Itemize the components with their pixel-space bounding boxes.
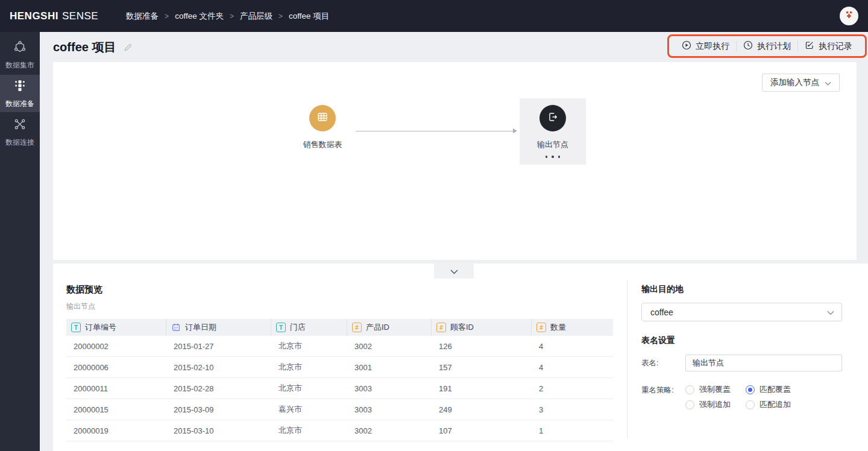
sidebar-item-label: 数据准备 [5, 99, 34, 109]
chevron-down-icon [825, 78, 831, 87]
add-input-node-label: 添加输入节点 [770, 77, 819, 88]
table-row: 20000015 2015-03-09 嘉兴市 3003 249 3 [66, 399, 613, 420]
chevron-down-icon [827, 308, 834, 317]
table-name-input[interactable] [685, 355, 842, 371]
breadcrumb-separator: > [165, 12, 169, 20]
sidebar-item-data-prep[interactable]: 数据准备 [0, 75, 40, 112]
table-node-circle[interactable] [309, 105, 336, 131]
breadcrumb-separator: > [230, 12, 234, 20]
table-name-row: 表名: [641, 355, 842, 371]
radio-match-overwrite[interactable]: 匹配覆盖 [746, 384, 791, 395]
number-type-icon: # [436, 323, 446, 332]
destination-value: coffee [650, 308, 673, 317]
breadcrumb-item-coffee-project[interactable]: coffee 项目 [289, 11, 329, 22]
column-header-store: T 门店 [271, 319, 347, 336]
date-type-icon [171, 323, 181, 332]
column-header-customer-id: # 顾客ID [432, 319, 532, 336]
strategy-options: 强制覆盖 匹配覆盖 强制追加 匹配追加 [685, 384, 791, 410]
page-header: coffee 项目 立即执行 [40, 32, 868, 62]
radio-match-append[interactable]: 匹配追加 [746, 399, 791, 410]
radio-circle-icon [685, 385, 694, 394]
table-header-row: T 订单编号 订单日期 T 门店 [66, 319, 613, 336]
data-prep-icon [13, 78, 27, 95]
node-label: 销售数据表 [303, 139, 342, 150]
text-type-icon: T [276, 323, 286, 332]
sidebar-item-data-connection[interactable]: 数据连接 [0, 113, 40, 151]
user-avatar[interactable] [840, 7, 858, 25]
main-content: coffee 项目 立即执行 [40, 32, 868, 451]
column-header-order-date: 订单日期 [166, 319, 271, 336]
bottom-panel: 数据预览 输出节点 T 订单编号 订单日期 [53, 263, 868, 451]
table-row: 20000019 2015-03-10 北京市 3002 107 1 [66, 420, 613, 441]
app-logo: HENGSHI SENSE [10, 10, 98, 22]
strategy-label: 重名策略: [641, 384, 685, 396]
chevron-down-icon [450, 266, 458, 277]
column-header-product-id: # 产品ID [347, 319, 432, 336]
brand-bold: HENGSHI [10, 10, 58, 22]
breadcrumb-item-product-level[interactable]: 产品层级 [240, 11, 272, 22]
output-node-circle[interactable] [539, 105, 566, 131]
record-icon [805, 40, 814, 52]
panel-divider [627, 280, 627, 438]
run-now-button[interactable]: 立即执行 [675, 40, 736, 52]
node-output-selected[interactable]: 输出节点 [520, 98, 586, 165]
play-circle-icon [682, 40, 691, 52]
radio-circle-icon [746, 385, 755, 394]
table-row: 20000006 2015-02-10 北京市 3001 157 4 [66, 357, 613, 378]
breadcrumb-separator: > [278, 12, 283, 20]
column-header-order-id: T 订单编号 [66, 319, 166, 336]
table-row: 20000002 2015-01-27 北京市 3002 126 4 [66, 336, 613, 357]
table-name-settings-title: 表名设置 [641, 335, 842, 346]
radio-force-append[interactable]: 强制追加 [685, 399, 746, 410]
number-type-icon: # [536, 323, 546, 332]
output-settings-panel: 输出目的地 coffee 表名设置 表名: 重名策略: [641, 284, 842, 410]
execution-actions-highlight: 立即执行 执行计划 [667, 34, 867, 58]
sidebar-item-label: 数据连接 [5, 137, 34, 148]
column-header-quantity: # 数量 [532, 319, 613, 336]
top-bar: HENGSHI SENSE 数据准备 > coffee 文件夹 > 产品层级 >… [0, 0, 868, 32]
radio-force-overwrite[interactable]: 强制覆盖 [685, 384, 746, 395]
edit-title-icon[interactable] [123, 43, 133, 52]
run-now-label: 立即执行 [696, 41, 729, 52]
flow-edge [356, 131, 513, 131]
preview-node-name: 输出节点 [66, 301, 95, 312]
execution-plan-button[interactable]: 执行计划 [737, 40, 797, 52]
node-menu-dots-icon[interactable] [546, 156, 561, 158]
node-sales-data-table[interactable]: 销售数据表 [285, 105, 360, 150]
text-type-icon: T [71, 323, 81, 332]
radio-circle-icon [746, 400, 755, 409]
collapse-panel-button[interactable] [434, 263, 474, 279]
add-input-node-button[interactable]: 添加输入节点 [762, 74, 840, 92]
destination-select[interactable]: coffee [641, 303, 842, 321]
node-label: 输出节点 [537, 139, 568, 150]
table-grid-icon [316, 110, 329, 126]
preview-table: T 订单编号 订单日期 T 门店 [66, 319, 613, 441]
output-destination-title: 输出目的地 [641, 284, 842, 295]
execution-plan-label: 执行计划 [757, 41, 791, 52]
breadcrumb-item-data-prep[interactable]: 数据准备 [126, 11, 159, 22]
execution-record-label: 执行记录 [819, 41, 852, 52]
data-preview-title: 数据预览 [66, 284, 102, 295]
brand-light: SENSE [62, 10, 98, 22]
duplicate-name-strategy-row: 重名策略: 强制覆盖 匹配覆盖 强制追加 [641, 384, 842, 410]
execution-record-button[interactable]: 执行记录 [798, 40, 859, 52]
flow-canvas[interactable]: 添加输入节点 销售数据表 [53, 62, 857, 260]
breadcrumb: 数据准备 > coffee 文件夹 > 产品层级 > coffee 项目 [126, 11, 329, 22]
left-sidebar: 数据集市 数据准备 数据连接 [0, 32, 40, 451]
sidebar-item-data-mart[interactable]: 数据集市 [0, 36, 40, 74]
clock-icon [743, 40, 753, 52]
data-connection-icon [13, 117, 27, 134]
sidebar-item-label: 数据集市 [5, 60, 34, 71]
export-icon [546, 110, 559, 126]
radio-circle-icon [685, 400, 694, 409]
table-name-label: 表名: [641, 358, 685, 368]
page-title: coffee 项目 [53, 39, 116, 55]
data-mart-icon [13, 40, 27, 57]
breadcrumb-item-coffee-folder[interactable]: coffee 文件夹 [175, 11, 224, 22]
avatar-logo-icon [843, 9, 855, 23]
table-row: 20000011 2015-02-28 北京市 3003 191 2 [66, 378, 613, 399]
number-type-icon: # [352, 323, 362, 332]
